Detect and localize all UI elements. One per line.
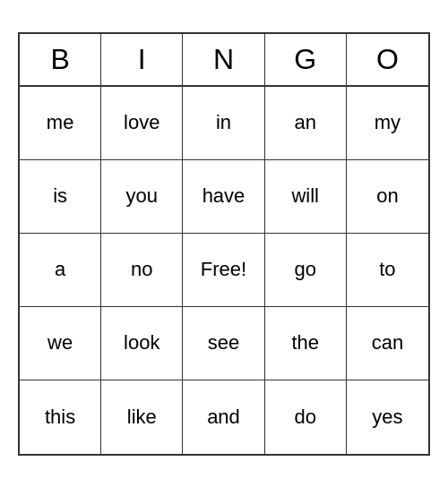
cell-r1-c3[interactable]: will (265, 160, 347, 234)
cell-r0-c1[interactable]: love (101, 87, 183, 160)
bingo-grid: meloveinanmyisyouhavewillonanoFree!gotow… (20, 87, 428, 454)
cell-r1-c4[interactable]: on (347, 160, 428, 234)
cell-r0-c0[interactable]: me (20, 87, 101, 160)
header-letter-i: I (101, 34, 183, 85)
cell-r3-c2[interactable]: see (183, 307, 264, 380)
cell-r0-c4[interactable]: my (347, 87, 428, 160)
bingo-header: BINGO (20, 34, 428, 87)
cell-r4-c2[interactable]: and (183, 380, 264, 454)
bingo-card: BINGO meloveinanmyisyouhavewillonanoFree… (18, 32, 430, 456)
cell-r4-c0[interactable]: this (20, 380, 101, 454)
cell-r0-c2[interactable]: in (183, 87, 264, 160)
cell-r2-c1[interactable]: no (101, 234, 183, 307)
cell-r2-c3[interactable]: go (265, 234, 347, 307)
header-letter-b: B (20, 34, 101, 85)
cell-r3-c4[interactable]: can (347, 307, 428, 380)
header-letter-o: O (347, 34, 428, 85)
cell-r2-c2[interactable]: Free! (183, 234, 264, 307)
cell-r2-c0[interactable]: a (20, 234, 101, 307)
header-letter-g: G (265, 34, 347, 85)
cell-r1-c1[interactable]: you (101, 160, 183, 234)
cell-r2-c4[interactable]: to (347, 234, 428, 307)
cell-r4-c3[interactable]: do (265, 380, 347, 454)
header-letter-n: N (183, 34, 264, 85)
cell-r1-c2[interactable]: have (183, 160, 264, 234)
cell-r4-c4[interactable]: yes (347, 380, 428, 454)
cell-r4-c1[interactable]: like (101, 380, 183, 454)
cell-r1-c0[interactable]: is (20, 160, 101, 234)
cell-r3-c3[interactable]: the (265, 307, 347, 380)
cell-r3-c0[interactable]: we (20, 307, 101, 380)
cell-r3-c1[interactable]: look (101, 307, 183, 380)
cell-r0-c3[interactable]: an (265, 87, 347, 160)
